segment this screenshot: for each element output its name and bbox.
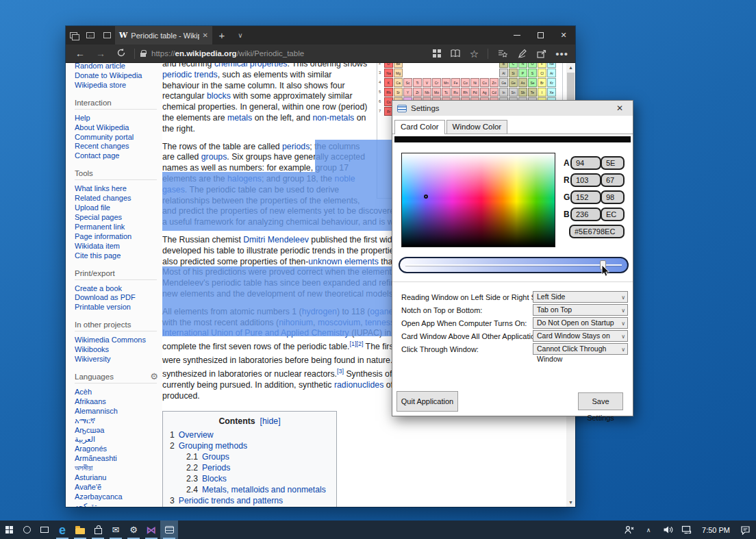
- setting-dropdown[interactable]: Do Not Open on Startup∨: [533, 317, 628, 329]
- toc-item[interactable]: 2.1Groups: [170, 451, 329, 462]
- article-link[interactable]: periodic trends: [162, 70, 218, 79]
- sidebar-link[interactable]: Related changes: [75, 194, 157, 203]
- setting-dropdown[interactable]: Left Side∨: [533, 291, 628, 303]
- article-link[interactable]: non-metals: [312, 113, 354, 123]
- sidebar-link[interactable]: Download as PDF: [75, 293, 157, 303]
- toc-item[interactable]: 3.1Electron configuration: [170, 506, 329, 507]
- scroll-up-arrow-icon[interactable]: ▲: [566, 63, 575, 72]
- toc-hide-link[interactable]: [hide]: [260, 416, 281, 426]
- sidebar-link[interactable]: Wikipedia store: [75, 81, 157, 90]
- sidebar-link[interactable]: العربية: [75, 435, 157, 444]
- toc-item[interactable]: 2.4Metals, metalloids and nonmetals: [170, 484, 329, 495]
- refresh-icon[interactable]: [114, 48, 129, 60]
- extensions-icon[interactable]: [433, 49, 441, 58]
- show-set-aside-tabs-icon[interactable]: [66, 26, 82, 45]
- tab-card-color[interactable]: Card Color: [394, 120, 445, 134]
- sidebar-link[interactable]: Afrikaans: [75, 397, 157, 407]
- hex-color-field[interactable]: #5E6798EC: [569, 225, 625, 238]
- reference-link[interactable]: [3]: [337, 368, 344, 375]
- channel-hex-field[interactable]: 98: [601, 190, 625, 204]
- setting-dropdown[interactable]: Card Window Stays on Top∨: [533, 330, 628, 342]
- sidebar-link[interactable]: Create a book: [75, 284, 157, 294]
- taskbar-settings-button[interactable]: ⚙: [125, 521, 142, 539]
- toc-item[interactable]: 2Grouping methods: [170, 440, 329, 451]
- setting-dropdown[interactable]: Cannot Click Through Window∨: [533, 343, 628, 355]
- channel-decimal-field[interactable]: 152: [570, 190, 601, 204]
- cortana-search-button[interactable]: [18, 521, 36, 539]
- sidebar-link[interactable]: Avañe'ẽ: [75, 483, 157, 492]
- sidebar-link[interactable]: Wikidata item: [75, 242, 157, 251]
- network-button[interactable]: [679, 525, 695, 534]
- dialog-title-bar[interactable]: Settings ✕: [392, 101, 633, 116]
- url-text[interactable]: https://en.wikipedia.org/wiki/Periodic_t…: [151, 49, 304, 58]
- toc-item[interactable]: 1Overview: [170, 429, 329, 440]
- article-link[interactable]: chemical properties: [214, 63, 288, 68]
- close-window-button[interactable]: ✕: [552, 26, 575, 45]
- sidebar-link[interactable]: Armãneashti: [75, 454, 157, 464]
- dialog-close-icon[interactable]: ✕: [612, 103, 628, 113]
- back-icon[interactable]: ←: [73, 48, 88, 59]
- sidebar-link[interactable]: Help: [75, 114, 157, 123]
- article-link[interactable]: periods: [282, 142, 310, 151]
- sidebar-link[interactable]: Asturianu: [75, 473, 157, 483]
- toc-link[interactable]: Groups: [202, 452, 229, 462]
- save-settings-button[interactable]: Save Settings: [578, 392, 623, 410]
- maximize-button[interactable]: [529, 26, 552, 45]
- sidebar-link[interactable]: تۆرکجه: [75, 502, 157, 507]
- more-options-icon[interactable]: •••: [555, 49, 568, 59]
- channel-hex-field[interactable]: 67: [601, 173, 625, 187]
- toc-link[interactable]: Blocks: [202, 474, 227, 484]
- channel-decimal-field[interactable]: 94: [570, 156, 601, 170]
- sidebar-link[interactable]: Alemannisch: [75, 407, 157, 416]
- volume-button[interactable]: [659, 525, 676, 534]
- minimize-button[interactable]: [505, 26, 529, 45]
- scroll-down-arrow-icon[interactable]: ▼: [566, 498, 575, 507]
- toc-link[interactable]: Overview: [179, 430, 214, 440]
- tab-preview-chevron-icon[interactable]: ∨: [231, 26, 249, 45]
- taskbar-edge-button[interactable]: e: [53, 521, 71, 539]
- article-link[interactable]: radionuclides: [334, 380, 383, 390]
- toc-link[interactable]: Grouping methods: [179, 441, 247, 451]
- browser-tab[interactable]: W Periodic table - Wikipec ✕: [115, 26, 212, 45]
- sidebar-link[interactable]: Wikibooks: [75, 345, 157, 355]
- reference-link[interactable]: [1][2]: [349, 340, 363, 347]
- article-link[interactable]: groups: [201, 152, 227, 162]
- sidebar-link[interactable]: Aragonés: [75, 444, 157, 454]
- taskbar-file-explorer-button[interactable]: [71, 521, 89, 539]
- tab-window-icon[interactable]: [99, 26, 115, 45]
- toc-item[interactable]: 3Periodic trends and patterns: [170, 495, 329, 506]
- sidebar-link[interactable]: Printable version: [75, 303, 157, 312]
- toc-item[interactable]: 2.3Blocks: [170, 473, 329, 484]
- toc-link[interactable]: Metals, metalloids and nonmetals: [202, 485, 326, 494]
- people-button[interactable]: [621, 525, 638, 534]
- reading-view-icon[interactable]: [450, 49, 461, 58]
- share-icon[interactable]: [536, 49, 546, 59]
- channel-hex-field[interactable]: EC: [601, 208, 625, 221]
- sidebar-link[interactable]: Random article: [75, 63, 157, 71]
- sidebar-link[interactable]: Upload file: [75, 203, 157, 213]
- quit-application-button[interactable]: Quit Application: [396, 391, 458, 412]
- hub-icon[interactable]: [497, 49, 508, 59]
- toc-item[interactable]: 2.2Periods: [170, 462, 329, 473]
- sidebar-link[interactable]: አማርኛ: [75, 416, 157, 426]
- channel-decimal-field[interactable]: 103: [570, 173, 601, 187]
- sidebar-link[interactable]: Wikiversity: [75, 355, 157, 364]
- tab-close-icon[interactable]: ✕: [203, 32, 208, 39]
- channel-hex-field[interactable]: 5E: [601, 156, 625, 170]
- channel-decimal-field[interactable]: 236: [570, 208, 601, 221]
- sidebar-link[interactable]: Page information: [75, 232, 157, 242]
- sidebar-link[interactable]: অসমীয়া: [75, 464, 157, 473]
- forward-icon[interactable]: →: [93, 48, 108, 59]
- sidebar-link[interactable]: What links here: [75, 184, 157, 194]
- sidebar-link[interactable]: Donate to Wikipedia: [75, 71, 157, 81]
- set-tabs-aside-icon[interactable]: ←: [82, 26, 99, 45]
- article-link[interactable]: unknown elements: [308, 257, 379, 266]
- alpha-slider[interactable]: [399, 257, 629, 273]
- tab-window-color[interactable]: Window Color: [446, 120, 508, 134]
- task-view-button[interactable]: [36, 521, 53, 539]
- article-link[interactable]: Dmitri Mendeleev: [243, 235, 309, 245]
- scrollbar-thumb[interactable]: [567, 73, 575, 103]
- toc-link[interactable]: Periodic trends and patterns: [179, 496, 283, 505]
- sidebar-link[interactable]: Azərbaycanca: [75, 492, 157, 502]
- sidebar-link[interactable]: Community portal: [75, 133, 157, 142]
